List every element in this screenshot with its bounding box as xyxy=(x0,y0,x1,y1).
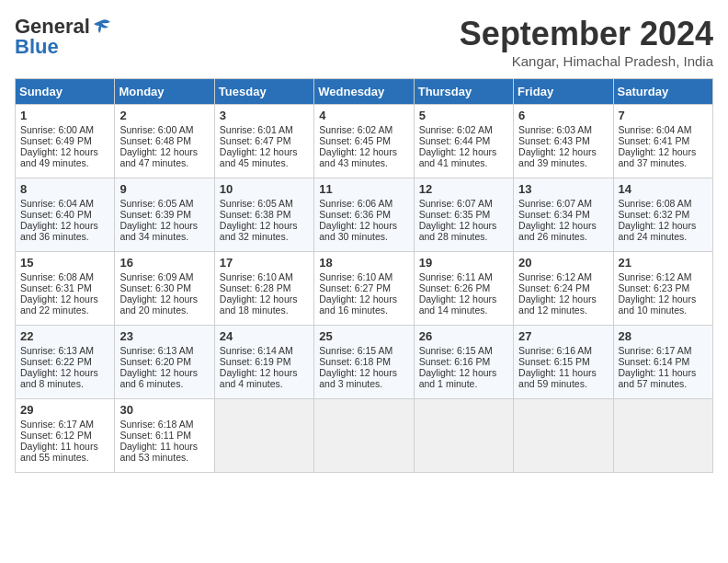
calendar-table: SundayMondayTuesdayWednesdayThursdayFrid… xyxy=(15,78,713,473)
day-info: Daylight: 12 hours xyxy=(119,146,209,157)
calendar-cell: 11Sunrise: 6:06 AMSunset: 6:36 PMDayligh… xyxy=(314,178,414,252)
calendar-cell xyxy=(514,399,613,473)
calendar-cell: 3Sunrise: 6:01 AMSunset: 6:47 PMDaylight… xyxy=(214,105,313,178)
calendar-cell xyxy=(613,399,712,473)
day-info: Daylight: 12 hours xyxy=(518,146,608,157)
day-info: Daylight: 12 hours xyxy=(619,146,708,157)
day-number: 22 xyxy=(20,329,109,343)
day-info: Daylight: 12 hours xyxy=(220,367,309,378)
day-info: Daylight: 12 hours xyxy=(119,220,209,231)
day-number: 26 xyxy=(419,329,508,343)
day-info: Daylight: 12 hours xyxy=(220,220,309,231)
day-info: Daylight: 12 hours xyxy=(419,220,508,231)
day-info: Sunrise: 6:08 AM xyxy=(619,198,708,209)
calendar-week-row: 8Sunrise: 6:04 AMSunset: 6:40 PMDaylight… xyxy=(16,178,713,252)
day-info: Daylight: 12 hours xyxy=(220,293,309,304)
day-info: Daylight: 12 hours xyxy=(20,220,109,231)
day-info: Sunset: 6:23 PM xyxy=(619,282,708,293)
day-number: 8 xyxy=(20,182,109,196)
day-info: Daylight: 12 hours xyxy=(220,146,309,157)
logo-blue: Blue xyxy=(15,35,59,59)
day-info: and 39 minutes. xyxy=(518,157,608,168)
day-number: 28 xyxy=(619,329,708,343)
day-info: Sunrise: 6:12 AM xyxy=(518,271,608,282)
day-info: Sunset: 6:28 PM xyxy=(220,282,309,293)
day-number: 18 xyxy=(319,256,408,270)
day-info: Daylight: 12 hours xyxy=(518,220,608,231)
day-info: Sunrise: 6:17 AM xyxy=(619,345,708,356)
day-number: 23 xyxy=(119,329,209,343)
day-info: Sunset: 6:16 PM xyxy=(419,356,508,367)
calendar-cell: 27Sunrise: 6:16 AMSunset: 6:15 PMDayligh… xyxy=(514,326,613,399)
day-info: Daylight: 12 hours xyxy=(419,146,508,157)
calendar-cell: 20Sunrise: 6:12 AMSunset: 6:24 PMDayligh… xyxy=(514,252,613,326)
header-thursday: Thursday xyxy=(414,79,513,105)
header-sunday: Sunday xyxy=(16,79,115,105)
day-info: and 8 minutes. xyxy=(20,378,109,389)
day-info: and 6 minutes. xyxy=(119,378,209,389)
calendar-cell xyxy=(414,399,513,473)
day-info: Sunset: 6:35 PM xyxy=(419,209,508,220)
day-info: and 4 minutes. xyxy=(220,378,309,389)
day-info: Sunrise: 6:04 AM xyxy=(619,124,708,135)
calendar-week-row: 1Sunrise: 6:00 AMSunset: 6:49 PMDaylight… xyxy=(16,105,713,178)
day-info: Sunset: 6:14 PM xyxy=(619,356,708,367)
day-number: 9 xyxy=(119,182,209,196)
day-info: and 41 minutes. xyxy=(419,157,508,168)
day-info: and 1 minute. xyxy=(419,378,508,389)
day-info: Sunset: 6:22 PM xyxy=(20,356,109,367)
location: Kangar, Himachal Pradesh, India xyxy=(460,53,713,69)
day-info: and 59 minutes. xyxy=(518,378,608,389)
day-info: Sunset: 6:49 PM xyxy=(20,135,109,146)
day-info: and 20 minutes. xyxy=(119,304,209,316)
day-number: 21 xyxy=(619,256,708,270)
day-number: 29 xyxy=(20,403,109,417)
month-title: September 2024 xyxy=(460,15,713,53)
day-info: Sunset: 6:15 PM xyxy=(518,356,608,367)
day-info: Sunrise: 6:17 AM xyxy=(20,419,109,430)
day-number: 2 xyxy=(119,109,209,122)
day-number: 4 xyxy=(319,109,408,122)
day-number: 3 xyxy=(220,109,309,122)
calendar-cell: 4Sunrise: 6:02 AMSunset: 6:45 PMDaylight… xyxy=(314,105,414,178)
day-info: Daylight: 12 hours xyxy=(119,293,209,304)
day-number: 10 xyxy=(220,182,309,196)
day-info: Sunrise: 6:02 AM xyxy=(319,124,408,135)
day-info: Sunrise: 6:10 AM xyxy=(220,271,309,282)
calendar-cell: 12Sunrise: 6:07 AMSunset: 6:35 PMDayligh… xyxy=(414,178,513,252)
day-info: Sunset: 6:45 PM xyxy=(319,135,408,146)
day-info: Sunrise: 6:07 AM xyxy=(518,198,608,209)
calendar-header-row: SundayMondayTuesdayWednesdayThursdayFrid… xyxy=(16,79,713,105)
day-number: 6 xyxy=(518,109,608,122)
day-number: 24 xyxy=(220,329,309,343)
day-number: 12 xyxy=(419,182,508,196)
day-info: Sunrise: 6:12 AM xyxy=(619,271,708,282)
calendar-cell: 2Sunrise: 6:00 AMSunset: 6:48 PMDaylight… xyxy=(115,105,214,178)
day-info: Sunrise: 6:13 AM xyxy=(20,345,109,356)
day-info: Sunset: 6:31 PM xyxy=(20,282,109,293)
calendar-week-row: 22Sunrise: 6:13 AMSunset: 6:22 PMDayligh… xyxy=(16,326,713,399)
day-info: Sunrise: 6:03 AM xyxy=(518,124,608,135)
day-info: Sunrise: 6:05 AM xyxy=(220,198,309,209)
calendar-cell: 16Sunrise: 6:09 AMSunset: 6:30 PMDayligh… xyxy=(115,252,214,326)
day-info: Daylight: 12 hours xyxy=(319,367,408,378)
day-info: and 12 minutes. xyxy=(518,304,608,316)
day-info: Sunrise: 6:00 AM xyxy=(20,124,109,135)
calendar-cell: 17Sunrise: 6:10 AMSunset: 6:28 PMDayligh… xyxy=(214,252,313,326)
day-info: Sunrise: 6:02 AM xyxy=(419,124,508,135)
day-info: Daylight: 12 hours xyxy=(119,367,209,378)
header-friday: Friday xyxy=(514,79,613,105)
day-info: Sunset: 6:26 PM xyxy=(419,282,508,293)
calendar-cell: 10Sunrise: 6:05 AMSunset: 6:38 PMDayligh… xyxy=(214,178,313,252)
day-number: 25 xyxy=(319,329,408,343)
day-info: and 36 minutes. xyxy=(20,231,109,242)
calendar-cell: 9Sunrise: 6:05 AMSunset: 6:39 PMDaylight… xyxy=(115,178,214,252)
day-info: and 45 minutes. xyxy=(220,157,309,168)
day-info: Sunset: 6:19 PM xyxy=(220,356,309,367)
day-info: Sunrise: 6:18 AM xyxy=(119,419,209,430)
day-info: Sunset: 6:44 PM xyxy=(419,135,508,146)
header-monday: Monday xyxy=(115,79,214,105)
day-info: and 43 minutes. xyxy=(319,157,408,168)
header-tuesday: Tuesday xyxy=(214,79,313,105)
day-info: Daylight: 12 hours xyxy=(319,293,408,304)
